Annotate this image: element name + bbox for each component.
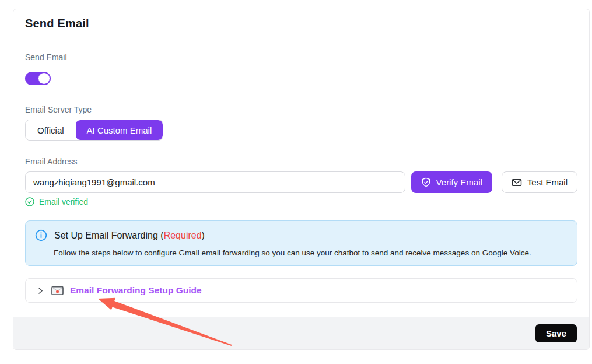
toggle-knob xyxy=(38,73,50,84)
email-forwarding-info-alert: Set Up Email Forwarding (Required) Follo… xyxy=(25,220,577,266)
test-email-button[interactable]: Test Email xyxy=(502,172,577,193)
email-address-label: Email Address xyxy=(25,157,577,167)
info-circle-icon xyxy=(35,229,47,242)
page: Send Email Send Email Email Server Type … xyxy=(0,0,592,364)
email-envelope-icon xyxy=(51,286,64,296)
server-type-segmented-control: Official AI Custom Email xyxy=(25,120,163,141)
email-address-row: Verify Email Test Email xyxy=(25,172,577,193)
card-body: Send Email Email Server Type Official AI… xyxy=(13,38,589,317)
guide-title-link[interactable]: Email Forwarding Setup Guide xyxy=(70,285,202,296)
envelope-icon xyxy=(512,178,522,187)
email-address-input[interactable] xyxy=(25,172,405,193)
verify-email-button[interactable]: Verify Email xyxy=(411,172,492,193)
server-type-option-official[interactable]: Official xyxy=(26,120,76,140)
test-email-label: Test Email xyxy=(527,177,568,187)
email-forwarding-guide-collapse[interactable]: Email Forwarding Setup Guide xyxy=(25,278,577,303)
server-type-option-ai-custom[interactable]: AI Custom Email xyxy=(76,120,163,140)
page-title: Send Email xyxy=(25,17,577,30)
server-type-label: Email Server Type xyxy=(25,105,577,115)
info-alert-title: Set Up Email Forwarding (Required) xyxy=(54,230,205,241)
email-verified-text: Email verified xyxy=(39,197,88,206)
check-circle-icon xyxy=(25,197,34,206)
email-verified-status: Email verified xyxy=(25,197,577,206)
save-button[interactable]: Save xyxy=(535,324,577,342)
info-alert-header: Set Up Email Forwarding (Required) xyxy=(35,229,568,242)
info-alert-description: Follow the steps below to configure Gmai… xyxy=(54,249,568,257)
card-footer: Save xyxy=(13,317,589,349)
info-required-text: Required xyxy=(164,230,202,240)
chevron-right-icon[interactable] xyxy=(36,286,45,295)
card-header: Send Email xyxy=(13,9,589,38)
info-title-prefix: Set Up Email Forwarding ( xyxy=(54,230,164,240)
verify-email-label: Verify Email xyxy=(436,177,482,187)
send-email-card: Send Email Send Email Email Server Type … xyxy=(13,9,590,350)
info-title-suffix: ) xyxy=(202,230,205,240)
send-email-toggle[interactable] xyxy=(25,72,51,85)
shield-check-icon xyxy=(421,177,431,187)
send-email-label: Send Email xyxy=(25,52,577,62)
